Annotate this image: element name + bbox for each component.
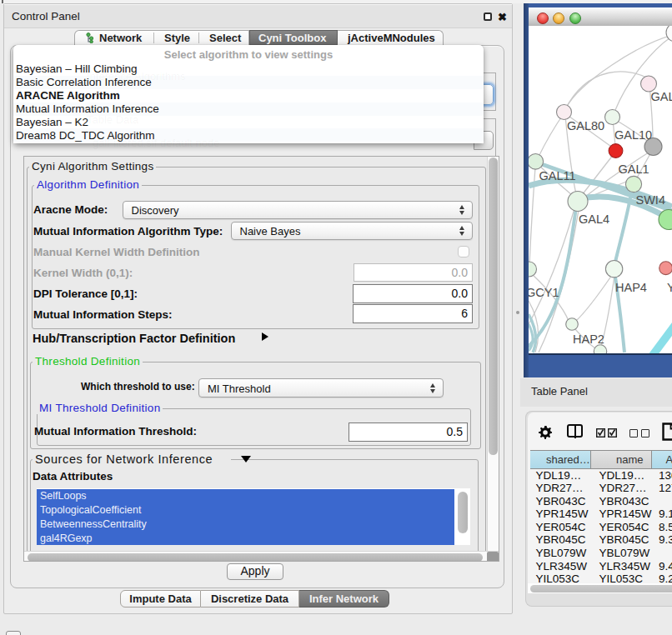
svg-text:HAP2: HAP2 xyxy=(573,332,604,345)
svg-text:GAL7: GAL7 xyxy=(651,89,672,102)
svg-text:GAL80: GAL80 xyxy=(567,118,604,132)
svg-text:GCY1: GCY1 xyxy=(529,285,559,298)
svg-text:GAL11: GAL11 xyxy=(539,168,576,182)
svg-text:GAL4: GAL4 xyxy=(579,212,609,226)
svg-text:HAP4: HAP4 xyxy=(615,280,647,293)
svg-text:Y: Y xyxy=(667,280,672,293)
svg-text:GAL10: GAL10 xyxy=(614,128,652,141)
svg-text:SWI4: SWI4 xyxy=(636,193,665,207)
svg-text:GAL1: GAL1 xyxy=(619,162,649,175)
